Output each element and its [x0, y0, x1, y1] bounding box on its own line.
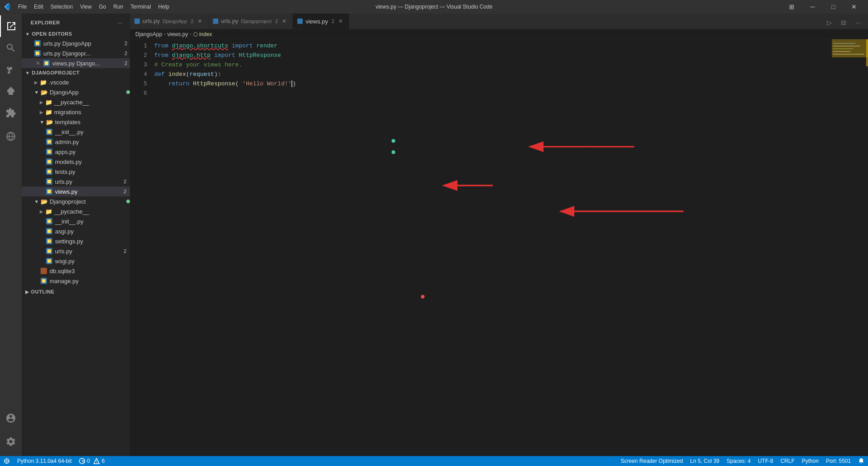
- tree-models-py[interactable]: models.py: [22, 157, 130, 167]
- tree-apps-py[interactable]: apps.py: [22, 147, 130, 157]
- folder-icon: 📁: [40, 79, 47, 86]
- tree-tests-py[interactable]: tests.py: [22, 167, 130, 177]
- tree-init2-py[interactable]: __init__.py: [22, 216, 130, 226]
- layout-icon[interactable]: ⊞: [781, 0, 802, 14]
- tab-close-button[interactable]: ✕: [281, 18, 288, 25]
- close-button[interactable]: ✕: [844, 0, 864, 14]
- open-editors-section[interactable]: ▼ OPEN EDITORS: [22, 29, 130, 38]
- collapsed-chevron: ▶: [34, 80, 38, 85]
- menu-run[interactable]: Run: [110, 0, 127, 14]
- sidebar: EXPLORER ··· ▼ OPEN EDITORS urls.py Djan…: [22, 14, 130, 456]
- status-indent[interactable]: Spaces: 4: [723, 456, 754, 466]
- tree-migrations-folder[interactable]: ▶ 📁 migrations: [22, 107, 130, 117]
- tree-views-py[interactable]: views.py 2: [22, 186, 130, 196]
- activity-source-control[interactable]: [0, 59, 22, 80]
- folder-icon: 📁: [45, 99, 52, 106]
- tree-db-sqlite3[interactable]: db.sqlite3: [22, 266, 130, 276]
- tree-init-py[interactable]: __init__.py: [22, 127, 130, 137]
- status-bell[interactable]: [854, 456, 868, 466]
- menu-selection[interactable]: Selection: [47, 0, 76, 14]
- folder-name: __pycache__: [54, 208, 130, 215]
- file-name: views.py: [55, 188, 124, 195]
- activity-extensions[interactable]: [0, 102, 22, 124]
- python-file-icon: [46, 218, 52, 224]
- minimap-scrollbar[interactable]: [866, 39, 868, 66]
- menu-terminal[interactable]: Terminal: [127, 0, 154, 14]
- djangoproject-section[interactable]: ▼ DJANGOPROJECT: [22, 68, 130, 77]
- activity-account[interactable]: [0, 407, 22, 429]
- file-name: views.py Django...: [52, 60, 130, 67]
- tree-urls-py-djangoproject[interactable]: urls.py 2: [22, 246, 130, 256]
- tab-urls-djangoproject[interactable]: urls.py Djangoproject 2 ✕: [208, 14, 293, 29]
- file-badge: 2: [125, 61, 127, 66]
- tab-views-py[interactable]: views.py 2 ✕: [293, 14, 349, 29]
- status-cursor-position[interactable]: Ln 5, Col 39: [687, 456, 723, 466]
- svg-text:!: !: [96, 460, 97, 464]
- tree-pycache2-folder[interactable]: ▶ 📁 __pycache__: [22, 206, 130, 216]
- activity-run-debug[interactable]: [0, 80, 22, 102]
- code-line-5: return HttpResponse ( 'Hello World!' ): [154, 79, 832, 89]
- breadcrumb-views-py[interactable]: views.py: [167, 31, 188, 37]
- db-file-icon: [41, 268, 47, 274]
- tree-wsgi-py[interactable]: wsgi.py: [22, 256, 130, 266]
- indent-label: Spaces: 4: [727, 458, 751, 464]
- activity-remote[interactable]: [0, 126, 22, 147]
- tree-manage-py[interactable]: manage.py: [22, 276, 130, 286]
- encoding-label: UTF-8: [758, 458, 773, 464]
- sidebar-more-actions[interactable]: ···: [115, 18, 125, 27]
- main-layout: EXPLORER ··· ▼ OPEN EDITORS urls.py Djan…: [0, 14, 868, 456]
- tree-vscode-folder[interactable]: ▶ 📁 .vscode: [22, 77, 130, 87]
- menu-go[interactable]: Go: [95, 0, 110, 14]
- tab-urls-djangoapp[interactable]: urls.py DjangoApp 2 ✕: [130, 14, 208, 29]
- tab-close-button[interactable]: ✕: [196, 18, 203, 25]
- activity-search[interactable]: [0, 37, 22, 59]
- more-actions-button[interactable]: ···: [852, 16, 864, 29]
- folder-name: Djangoproject: [50, 198, 125, 205]
- tab-badge: 2: [275, 19, 278, 24]
- status-language[interactable]: Python: [798, 456, 822, 466]
- collapsed-chevron: ▶: [40, 209, 43, 214]
- close-file-icon[interactable]: ✕: [34, 60, 42, 67]
- breadcrumb-symbol[interactable]: ⬡ index: [193, 31, 212, 37]
- title-bar-left: File Edit Selection View Go Run Terminal…: [4, 0, 173, 14]
- status-python[interactable]: Python 3.11.0a4 64-bit: [14, 456, 75, 466]
- activity-settings[interactable]: [0, 431, 22, 452]
- python-file-icon: [46, 149, 52, 155]
- open-editor-urls-djangoapp[interactable]: urls.py DjangoApp 2: [22, 38, 130, 48]
- breadcrumb-djangoapp[interactable]: DjangoApp: [135, 31, 162, 37]
- code-content[interactable]: from django.shortcuts import render from…: [152, 39, 832, 456]
- status-line-ending[interactable]: CRLF: [777, 456, 798, 466]
- folder-name: migrations: [54, 109, 130, 116]
- split-editor-button[interactable]: ⊟: [837, 16, 850, 29]
- open-editor-views-py[interactable]: ✕ views.py Django... 2: [22, 58, 130, 68]
- status-errors[interactable]: ✕ 0 ! 6: [75, 456, 108, 466]
- python-file-icon: [46, 188, 52, 195]
- menu-view[interactable]: View: [76, 0, 95, 14]
- menu-edit[interactable]: Edit: [30, 0, 47, 14]
- status-encoding[interactable]: UTF-8: [754, 456, 777, 466]
- tab-close-button[interactable]: ✕: [337, 18, 344, 25]
- open-editor-urls-djangoproject[interactable]: urls.py Djangopr... 2: [22, 48, 130, 58]
- status-bar: Python 3.11.0a4 64-bit ✕ 0 ! 6 Screen Re…: [0, 456, 868, 466]
- expanded-chevron: ▼: [34, 90, 39, 95]
- status-remote[interactable]: [0, 456, 14, 466]
- tree-djangoapp-folder[interactable]: ▼ 📂 DjangoApp: [22, 87, 130, 97]
- run-button[interactable]: ▷: [823, 16, 836, 29]
- maximize-button[interactable]: □: [823, 0, 844, 14]
- port-label: Port: 5501: [826, 458, 851, 464]
- tree-templates-folder[interactable]: ▼ 📂 templates: [22, 117, 130, 127]
- status-screen-reader[interactable]: Screen Reader Optimized: [617, 456, 687, 466]
- tree-pycache-folder[interactable]: ▶ 📁 __pycache__: [22, 97, 130, 107]
- outline-section[interactable]: ▶ OUTLINE: [22, 286, 130, 298]
- menu-file[interactable]: File: [14, 0, 30, 14]
- tree-djangoproject-folder[interactable]: ▼ 📂 Djangoproject: [22, 196, 130, 206]
- tree-urls-py-djangoapp[interactable]: urls.py 2: [22, 177, 130, 186]
- menu-help[interactable]: Help: [155, 0, 173, 14]
- tree-settings-py[interactable]: settings.py: [22, 236, 130, 246]
- minimize-button[interactable]: ─: [802, 0, 823, 14]
- activity-explorer[interactable]: [0, 15, 22, 37]
- tree-asgi-py[interactable]: asgi.py: [22, 226, 130, 236]
- code-editor[interactable]: 1 2 3 4 5 6 from django.shortcuts import…: [130, 39, 868, 456]
- tree-admin-py[interactable]: admin.py: [22, 137, 130, 147]
- status-port[interactable]: Port: 5501: [822, 456, 854, 466]
